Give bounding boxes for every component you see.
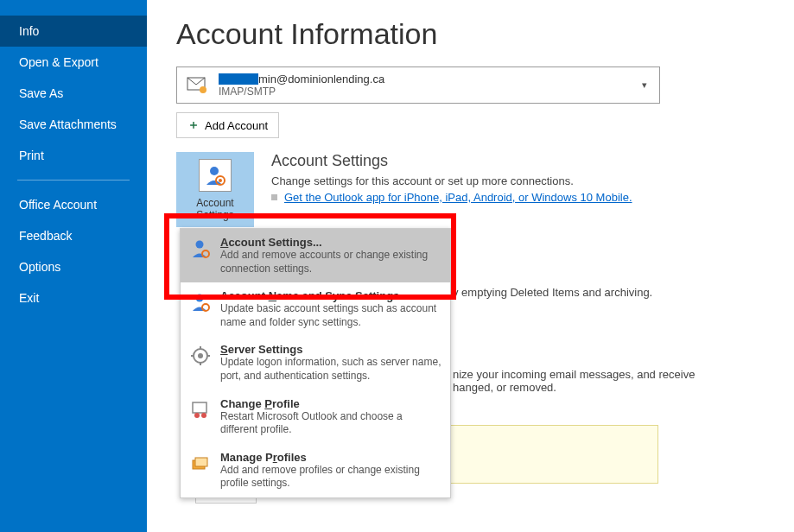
menu-desc: Update basic account settings such as ac…: [220, 302, 441, 329]
account-type: IMAP/SMTP: [219, 86, 384, 98]
sidebar-item-info[interactable]: Info: [0, 16, 147, 47]
account-settings-dropdown: Account Settings... Add and remove accou…: [180, 228, 451, 498]
menu-server-settings[interactable]: Server Settings Update logon information…: [181, 336, 450, 390]
menu-desc: Update logon information, such as server…: [220, 356, 441, 383]
sidebar-item-exit[interactable]: Exit: [0, 282, 147, 314]
account-settings-icon: [189, 238, 212, 260]
menu-manage-profiles[interactable]: Manage Profiles Add and remove profiles …: [181, 444, 450, 497]
svg-point-7: [196, 294, 204, 302]
svg-point-17: [201, 413, 206, 418]
outlook-app-link[interactable]: Get the Outlook app for iPhone, iPad, An…: [284, 191, 632, 204]
svg-point-2: [210, 167, 219, 175]
add-account-button[interactable]: ＋ Add Account: [176, 112, 279, 138]
svg-point-5: [196, 241, 204, 249]
account-settings-tile[interactable]: Account Settings: [176, 152, 254, 227]
server-settings-icon: [189, 345, 212, 367]
menu-account-settings[interactable]: Account Settings... Add and remove accou…: [181, 229, 450, 282]
menu-title: Change Profile: [220, 397, 441, 410]
redacted-username: [219, 73, 258, 85]
svg-point-8: [202, 304, 209, 311]
menu-desc: Add and remove profiles or change existi…: [220, 464, 441, 491]
sidebar-item-print[interactable]: Print: [0, 140, 147, 171]
sidebar-item-options[interactable]: Options: [0, 251, 147, 282]
menu-desc: Restart Microsoft Outlook and choose a d…: [220, 410, 441, 437]
chevron-down-icon: ▾: [642, 79, 651, 91]
svg-point-16: [194, 413, 200, 418]
mailbox-cleanup-partial: y emptying Deleted Items and archiving.: [453, 286, 768, 299]
add-account-label: Add Account: [205, 119, 268, 132]
account-settings-desc: Change settings for this account or set …: [271, 174, 768, 187]
menu-change-profile[interactable]: Change Profile Restart Microsoft Outlook…: [181, 390, 450, 444]
sidebar-item-save-attachments[interactable]: Save Attachments: [0, 109, 147, 140]
svg-rect-15: [193, 402, 206, 413]
sidebar-item-open-export[interactable]: Open & Export: [0, 47, 147, 78]
backstage-sidebar: Info Open & Export Save As Save Attachme…: [0, 0, 147, 532]
rules-partial-2: hanged, or removed.: [453, 381, 768, 394]
page-title: Account Information: [176, 17, 768, 51]
manage-profiles-icon: [189, 453, 212, 475]
account-email: min@dominionlending.ca: [219, 73, 384, 86]
plus-icon: ＋: [187, 117, 200, 133]
account-settings-tile-icon: [199, 159, 232, 192]
menu-title: Account Name and Sync Settings: [220, 289, 441, 302]
menu-title: Server Settings: [220, 343, 441, 356]
account-settings-heading: Account Settings: [271, 152, 768, 170]
svg-point-1: [200, 86, 206, 93]
mailbox-icon: [186, 74, 208, 97]
svg-rect-19: [195, 458, 207, 466]
change-profile-icon: [189, 399, 212, 421]
sidebar-item-office-account[interactable]: Office Account: [0, 189, 147, 220]
account-selector[interactable]: min@dominionlending.ca IMAP/SMTP ▾: [176, 66, 660, 104]
menu-name-sync-settings[interactable]: Account Name and Sync Settings Update ba…: [181, 282, 450, 336]
menu-desc: Add and remove accounts or change existi…: [220, 249, 441, 276]
sidebar-item-feedback[interactable]: Feedback: [0, 220, 147, 251]
sidebar-item-save-as[interactable]: Save As: [0, 78, 147, 109]
menu-title: Account Settings...: [220, 236, 441, 249]
name-sync-icon: [189, 291, 212, 314]
account-settings-tile-label: Account Settings: [176, 197, 254, 227]
outlook-app-link-row: Get the Outlook app for iPhone, iPad, An…: [271, 191, 768, 204]
svg-point-6: [202, 250, 209, 257]
sidebar-divider: [17, 180, 130, 180]
svg-point-4: [219, 179, 222, 182]
rules-partial-1: nize your incoming email messages, and r…: [453, 368, 768, 381]
svg-point-10: [198, 353, 203, 358]
menu-title: Manage Profiles: [220, 451, 441, 464]
bullet-icon: [271, 194, 277, 200]
